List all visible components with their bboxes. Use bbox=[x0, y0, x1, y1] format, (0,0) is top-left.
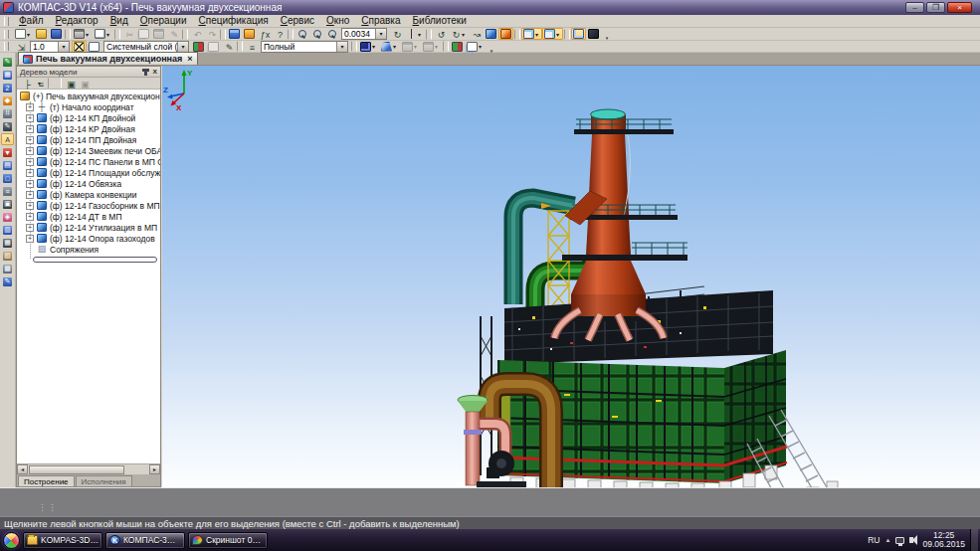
surfaces-button[interactable]: ▾ bbox=[358, 41, 379, 53]
rotate-button[interactable]: ↺▾ bbox=[433, 28, 448, 40]
taskbar-kompas-button[interactable]: K КОМПАС-3D V14... bbox=[105, 532, 185, 549]
variables-button[interactable]: ▾ bbox=[227, 28, 242, 40]
current-scale-combo[interactable]: 1.0▾ bbox=[30, 41, 70, 53]
menu-item[interactable]: Вид bbox=[104, 15, 134, 27]
tree-item[interactable]: + (ф) 12-14 Газосборник в МП bbox=[17, 200, 160, 211]
add-component-button[interactable]: ▾ bbox=[450, 41, 465, 53]
library-manager-button[interactable]: ▾ bbox=[242, 28, 257, 40]
refresh-view-button[interactable]: ↻▾ bbox=[389, 28, 404, 40]
menu-item[interactable]: Сервис bbox=[275, 15, 320, 27]
compact-panel-button-13[interactable]: ◈ bbox=[1, 211, 14, 223]
pan-button[interactable]: ▾ bbox=[404, 28, 425, 40]
compact-panel-button-2[interactable]: ▦ bbox=[1, 69, 14, 81]
tree-item[interactable]: + (ф) 12-14 Опора газоходов bbox=[17, 233, 160, 244]
tree-root-item[interactable]: (+) Печь вакуумная двухсекционная (Тел-0… bbox=[17, 91, 160, 101]
shaded-wireframe-view-button[interactable]: ▾ bbox=[498, 28, 513, 40]
tree-item[interactable]: + (ф) Камера конвекции bbox=[17, 189, 160, 200]
compact-panel-button-8[interactable]: ▼ bbox=[1, 146, 14, 158]
compact-panel-button-12[interactable]: ▣ bbox=[1, 198, 14, 210]
copy-button[interactable]: ▾ bbox=[136, 28, 151, 40]
toolbar-overflow-button[interactable]: ▾ bbox=[488, 41, 495, 53]
property-bar-grip[interactable]: ⋮⋮ bbox=[38, 502, 58, 512]
tab-construction[interactable]: Построение bbox=[18, 475, 75, 486]
menu-item[interactable]: Библиотеки bbox=[407, 15, 473, 27]
expand-icon[interactable]: + bbox=[26, 103, 34, 111]
volume-icon[interactable] bbox=[909, 537, 913, 543]
menu-item[interactable]: Спецификация bbox=[193, 15, 275, 27]
compact-panel-button-16[interactable]: ▧ bbox=[1, 250, 14, 262]
tree-item[interactable]: + (ф) 12-14 Змеевик печи ОБА bbox=[17, 145, 160, 156]
zoom-window-button[interactable]: ▾ bbox=[294, 28, 309, 40]
document-tab[interactable]: Печь вакуумная двухсекционная × bbox=[18, 52, 198, 65]
tree-item[interactable]: + ▨ Сопряжения bbox=[17, 244, 160, 255]
tab-versions[interactable]: Исполнения bbox=[76, 475, 132, 486]
zoom-in-out-button[interactable]: ▾ bbox=[309, 28, 324, 40]
paste-button[interactable]: ▾ bbox=[151, 28, 166, 40]
hidden-lines-thin-button[interactable]: ▾ bbox=[542, 28, 563, 40]
combo-arrow-icon[interactable]: ▾ bbox=[177, 42, 188, 52]
compact-panel-button-7[interactable]: A bbox=[1, 133, 14, 145]
dimensions-3d-button[interactable]: ▾ bbox=[586, 28, 601, 40]
new-document-button[interactable]: ▾ bbox=[13, 28, 34, 40]
current-scale-button[interactable]: ⇲▾ bbox=[13, 41, 28, 53]
expand-icon[interactable]: + bbox=[26, 202, 34, 210]
expand-icon[interactable]: + bbox=[26, 180, 34, 188]
tree-item[interactable]: + (ф) 12-14 ДТ в МП bbox=[17, 211, 160, 222]
array-button[interactable]: ▾ bbox=[400, 41, 421, 53]
compact-panel-button-18[interactable]: ✎ bbox=[1, 276, 14, 287]
tree-item[interactable]: + ┼ (т) Начало координат bbox=[17, 101, 160, 112]
shaded-view-button[interactable]: ▾ bbox=[484, 28, 498, 40]
layer-settings-button[interactable]: ▾ bbox=[206, 41, 221, 53]
tree-item[interactable]: + (ф) 12-14 Утилизация в МП bbox=[17, 222, 160, 233]
compact-panel-button-11[interactable]: ≡ bbox=[1, 185, 14, 197]
construction-plane-button[interactable]: ▾ bbox=[379, 41, 400, 53]
combo-arrow-icon[interactable]: ▾ bbox=[58, 42, 69, 52]
model-rebuild-button[interactable]: ≡▾ bbox=[244, 41, 259, 53]
compact-panel-button-5[interactable]: ⠿ bbox=[1, 107, 14, 119]
print-button[interactable]: ▾ bbox=[72, 28, 93, 40]
zoom-scale-button[interactable]: ▾ bbox=[324, 28, 339, 40]
cut-button[interactable]: ✂▾ bbox=[121, 28, 136, 40]
scroll-right-icon[interactable]: ► bbox=[149, 464, 160, 474]
undo-button[interactable]: ↶▾ bbox=[189, 28, 204, 40]
tab-close-button[interactable]: × bbox=[187, 54, 192, 64]
combo-arrow-icon[interactable]: ▾ bbox=[336, 42, 347, 52]
expand-icon[interactable]: + bbox=[26, 147, 34, 155]
layers-button[interactable]: ▾ bbox=[87, 41, 101, 53]
close-button[interactable]: × bbox=[947, 2, 972, 13]
compact-panel-button-6[interactable]: ✎ bbox=[1, 120, 14, 132]
tree-item[interactable]: + (ф) 12-14 КР Двойная bbox=[17, 123, 160, 134]
compact-panel-button-1[interactable]: ✎ bbox=[1, 56, 14, 68]
expand-icon[interactable]: + bbox=[26, 235, 34, 243]
clock[interactable]: 12:25 09.06.2015 bbox=[922, 531, 965, 549]
toolbar-overflow-button[interactable]: ▾ bbox=[603, 28, 611, 40]
save-button[interactable]: ▾ bbox=[49, 28, 64, 40]
mate-button[interactable]: ▾ bbox=[465, 41, 486, 53]
tree-item[interactable]: + (ф) 12-14 ПС Панели в МП ОБЕ bbox=[17, 156, 160, 167]
combo-arrow-icon[interactable]: ▾ bbox=[375, 29, 386, 39]
scrollbar-thumb[interactable] bbox=[29, 465, 124, 474]
menu-item[interactable]: Редактор bbox=[50, 15, 104, 27]
sketch-edit-button[interactable]: ✎▾ bbox=[221, 41, 236, 53]
expand-icon[interactable]: + bbox=[26, 169, 34, 177]
display-mode-combo[interactable]: Полный▾ bbox=[261, 41, 348, 53]
preview-button[interactable]: ▾ bbox=[93, 28, 113, 40]
tree-close-icon[interactable]: x bbox=[153, 68, 157, 76]
tree-structure-button[interactable]: ├▾ bbox=[19, 78, 33, 90]
furnace-3d-model[interactable] bbox=[162, 66, 980, 487]
open-button[interactable]: ▾ bbox=[34, 28, 49, 40]
quick-display-button[interactable]: ▾ bbox=[571, 28, 586, 40]
expand-icon[interactable]: + bbox=[26, 136, 34, 144]
expand-icon[interactable]: + bbox=[26, 158, 34, 166]
expand-icon[interactable]: + bbox=[26, 125, 34, 133]
help-button[interactable]: ?▾ bbox=[272, 28, 287, 40]
compact-panel-button-10[interactable]: □ bbox=[1, 172, 14, 184]
tray-expand-icon[interactable]: ▲ bbox=[885, 537, 891, 543]
array-curve-button[interactable]: ▾ bbox=[421, 41, 442, 53]
orientation-button[interactable]: ↻▾ bbox=[448, 28, 469, 40]
compact-panel-button-4[interactable]: ◆ bbox=[1, 94, 14, 106]
compact-panel-button-15[interactable]: ▦ bbox=[1, 237, 14, 249]
compact-panel-button-17[interactable]: ▩ bbox=[1, 263, 14, 275]
tree-sections-button[interactable]: ▣▾ bbox=[63, 78, 77, 90]
taskbar-folder-button[interactable]: KOMPAS-3D_V14... bbox=[23, 532, 102, 549]
